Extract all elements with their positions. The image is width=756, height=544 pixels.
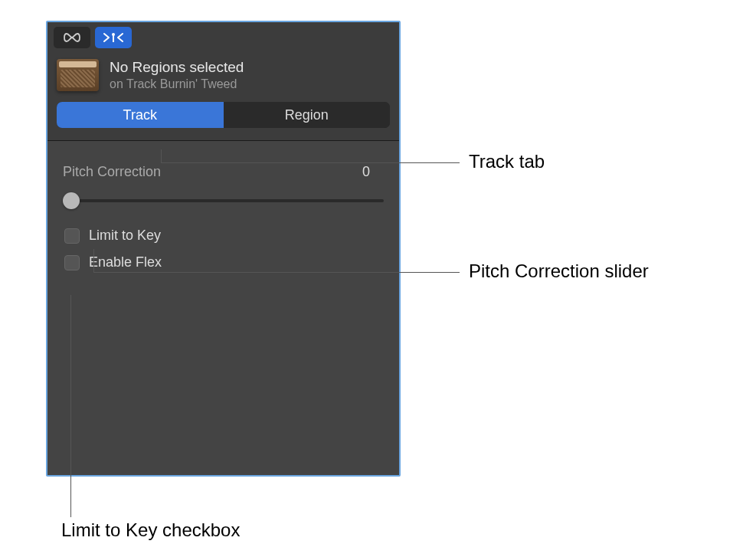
track-name-subtitle: on Track Burnin' Tweed (110, 77, 390, 91)
header-text: No Regions selected on Track Burnin' Twe… (110, 59, 390, 91)
pitch-correction-row: Pitch Correction 0 (63, 164, 384, 180)
callout-line (161, 162, 460, 163)
annotation-limit-checkbox: Limit to Key checkbox (61, 519, 240, 541)
pitch-correction-slider[interactable] (63, 192, 384, 209)
tab-track[interactable]: Track (57, 102, 224, 128)
callout-line (93, 249, 94, 272)
callout-line (70, 295, 71, 517)
toolbar (47, 22, 399, 51)
inspector-panel: No Regions selected on Track Burnin' Twe… (46, 21, 401, 477)
annotation-pitch-slider: Pitch Correction slider (469, 261, 649, 282)
loop-mode-button[interactable] (54, 27, 90, 48)
limit-to-key-checkbox[interactable] (64, 228, 80, 244)
slider-thumb[interactable] (63, 192, 80, 209)
callout-line (93, 272, 460, 273)
marquee-button[interactable] (95, 27, 132, 48)
limit-to-key-label: Limit to Key (89, 228, 161, 244)
tab-bar: Track Region (57, 102, 390, 128)
limit-to-key-row: Limit to Key (63, 228, 384, 244)
enable-flex-checkbox[interactable] (64, 255, 80, 270)
pitch-correction-label: Pitch Correction (63, 164, 161, 180)
marquee-icon (102, 31, 125, 44)
enable-flex-row: Enable Flex (63, 254, 384, 270)
tab-region[interactable]: Region (224, 102, 391, 128)
header: No Regions selected on Track Burnin' Twe… (47, 51, 399, 97)
slider-bar (63, 199, 384, 202)
infinity-icon (62, 31, 82, 44)
pitch-correction-value: 0 (362, 164, 384, 180)
content-area: Pitch Correction 0 Limit to Key Enable F… (47, 141, 399, 477)
annotation-track-tab: Track tab (469, 151, 545, 172)
selection-title: No Regions selected (110, 59, 390, 76)
svg-rect-1 (113, 35, 114, 42)
enable-flex-label: Enable Flex (89, 254, 162, 270)
callout-line (161, 149, 162, 162)
track-amp-icon (57, 59, 99, 91)
